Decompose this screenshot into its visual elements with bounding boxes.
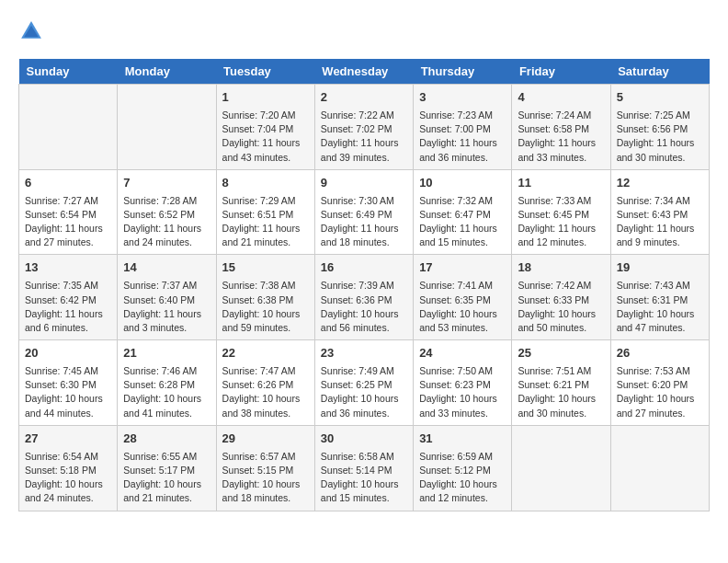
day-number: 18 (518, 259, 604, 277)
cell-info: Sunrise: 7:20 AM Sunset: 7:04 PM Dayligh… (222, 109, 309, 165)
cell-info: Sunrise: 6:55 AM Sunset: 5:17 PM Dayligh… (123, 450, 210, 506)
calendar-cell: 19Sunrise: 7:43 AM Sunset: 6:31 PM Dayli… (610, 255, 709, 340)
calendar-cell (19, 85, 118, 170)
cell-info: Sunrise: 7:22 AM Sunset: 7:02 PM Dayligh… (321, 109, 407, 165)
calendar-cell: 6Sunrise: 7:27 AM Sunset: 6:54 PM Daylig… (19, 169, 118, 255)
day-number: 27 (25, 431, 111, 448)
col-header-saturday: Saturday (610, 59, 709, 85)
day-number: 14 (123, 259, 210, 277)
day-number: 8 (222, 175, 309, 192)
cell-info: Sunrise: 7:45 AM Sunset: 6:30 PM Dayligh… (25, 364, 111, 420)
day-number: 13 (25, 259, 111, 277)
cell-info: Sunrise: 6:59 AM Sunset: 5:12 PM Dayligh… (419, 450, 506, 506)
logo (18, 18, 48, 44)
calendar-cell: 28Sunrise: 6:55 AM Sunset: 5:17 PM Dayli… (118, 425, 216, 511)
calendar-cell: 9Sunrise: 7:30 AM Sunset: 6:49 PM Daylig… (314, 169, 413, 255)
col-header-thursday: Thursday (414, 59, 512, 85)
day-number: 20 (25, 345, 111, 362)
calendar-cell: 12Sunrise: 7:34 AM Sunset: 6:43 PM Dayli… (610, 169, 709, 255)
calendar-cell: 10Sunrise: 7:32 AM Sunset: 6:47 PM Dayli… (414, 169, 512, 255)
cell-info: Sunrise: 7:32 AM Sunset: 6:47 PM Dayligh… (419, 194, 506, 250)
day-number: 28 (123, 431, 210, 448)
day-number: 5 (617, 89, 703, 107)
cell-info: Sunrise: 7:46 AM Sunset: 6:28 PM Dayligh… (123, 364, 210, 420)
cell-info: Sunrise: 6:57 AM Sunset: 5:15 PM Dayligh… (222, 450, 309, 506)
cell-info: Sunrise: 7:34 AM Sunset: 6:43 PM Dayligh… (617, 194, 703, 250)
calendar-cell: 2Sunrise: 7:22 AM Sunset: 7:02 PM Daylig… (314, 85, 413, 170)
calendar-cell: 26Sunrise: 7:53 AM Sunset: 6:20 PM Dayli… (610, 340, 709, 426)
calendar-cell: 18Sunrise: 7:42 AM Sunset: 6:33 PM Dayli… (512, 255, 610, 340)
cell-info: Sunrise: 7:30 AM Sunset: 6:49 PM Dayligh… (321, 194, 407, 250)
day-number: 15 (222, 259, 309, 277)
cell-info: Sunrise: 7:50 AM Sunset: 6:23 PM Dayligh… (419, 364, 506, 420)
calendar-cell (512, 425, 610, 511)
logo-icon (18, 18, 44, 44)
day-number: 24 (419, 345, 506, 362)
calendar-cell: 20Sunrise: 7:45 AM Sunset: 6:30 PM Dayli… (19, 340, 118, 426)
cell-info: Sunrise: 7:39 AM Sunset: 6:36 PM Dayligh… (321, 279, 407, 335)
calendar-cell: 8Sunrise: 7:29 AM Sunset: 6:51 PM Daylig… (216, 169, 314, 255)
day-number: 25 (518, 345, 604, 362)
day-number: 6 (25, 175, 111, 192)
cell-info: Sunrise: 7:53 AM Sunset: 6:20 PM Dayligh… (617, 364, 703, 420)
cell-info: Sunrise: 7:41 AM Sunset: 6:35 PM Dayligh… (419, 279, 506, 335)
day-number: 1 (222, 89, 309, 107)
cell-info: Sunrise: 7:38 AM Sunset: 6:38 PM Dayligh… (222, 279, 309, 335)
cell-info: Sunrise: 7:28 AM Sunset: 6:52 PM Dayligh… (123, 194, 210, 250)
calendar-cell: 21Sunrise: 7:46 AM Sunset: 6:28 PM Dayli… (118, 340, 216, 426)
day-number: 12 (617, 175, 703, 192)
day-number: 30 (321, 431, 407, 448)
calendar-cell: 22Sunrise: 7:47 AM Sunset: 6:26 PM Dayli… (216, 340, 314, 426)
calendar-cell: 11Sunrise: 7:33 AM Sunset: 6:45 PM Dayli… (512, 169, 610, 255)
calendar-table: SundayMondayTuesdayWednesdayThursdayFrid… (18, 59, 710, 511)
day-number: 21 (123, 345, 210, 362)
day-number: 7 (123, 175, 210, 192)
day-number: 2 (321, 89, 407, 107)
day-number: 26 (617, 345, 703, 362)
day-number: 9 (321, 175, 407, 192)
cell-info: Sunrise: 7:49 AM Sunset: 6:25 PM Dayligh… (321, 364, 407, 420)
day-number: 11 (518, 175, 604, 192)
day-number: 16 (321, 259, 407, 277)
calendar-cell: 16Sunrise: 7:39 AM Sunset: 6:36 PM Dayli… (314, 255, 413, 340)
calendar-cell: 1Sunrise: 7:20 AM Sunset: 7:04 PM Daylig… (216, 85, 314, 170)
cell-info: Sunrise: 7:24 AM Sunset: 6:58 PM Dayligh… (518, 109, 604, 165)
day-number: 29 (222, 431, 309, 448)
calendar-cell: 15Sunrise: 7:38 AM Sunset: 6:38 PM Dayli… (216, 255, 314, 340)
calendar-cell: 29Sunrise: 6:57 AM Sunset: 5:15 PM Dayli… (216, 425, 314, 511)
calendar-cell: 30Sunrise: 6:58 AM Sunset: 5:14 PM Dayli… (314, 425, 413, 511)
calendar-cell: 4Sunrise: 7:24 AM Sunset: 6:58 PM Daylig… (512, 85, 610, 170)
calendar-cell (610, 425, 709, 511)
day-number: 4 (518, 89, 604, 107)
calendar-cell: 17Sunrise: 7:41 AM Sunset: 6:35 PM Dayli… (414, 255, 512, 340)
day-number: 31 (419, 431, 506, 448)
col-header-tuesday: Tuesday (216, 59, 314, 85)
calendar-cell: 24Sunrise: 7:50 AM Sunset: 6:23 PM Dayli… (414, 340, 512, 426)
calendar-cell: 7Sunrise: 7:28 AM Sunset: 6:52 PM Daylig… (118, 169, 216, 255)
calendar-cell: 23Sunrise: 7:49 AM Sunset: 6:25 PM Dayli… (314, 340, 413, 426)
calendar-cell: 31Sunrise: 6:59 AM Sunset: 5:12 PM Dayli… (414, 425, 512, 511)
day-number: 19 (617, 259, 703, 277)
page-header (18, 18, 710, 44)
day-number: 23 (321, 345, 407, 362)
col-header-sunday: Sunday (19, 59, 118, 85)
day-number: 10 (419, 175, 506, 192)
day-number: 17 (419, 259, 506, 277)
cell-info: Sunrise: 7:33 AM Sunset: 6:45 PM Dayligh… (518, 194, 604, 250)
col-header-wednesday: Wednesday (314, 59, 413, 85)
cell-info: Sunrise: 7:35 AM Sunset: 6:42 PM Dayligh… (25, 279, 111, 335)
cell-info: Sunrise: 7:25 AM Sunset: 6:56 PM Dayligh… (617, 109, 703, 165)
cell-info: Sunrise: 7:29 AM Sunset: 6:51 PM Dayligh… (222, 194, 309, 250)
calendar-cell: 3Sunrise: 7:23 AM Sunset: 7:00 PM Daylig… (414, 85, 512, 170)
calendar-cell: 5Sunrise: 7:25 AM Sunset: 6:56 PM Daylig… (610, 85, 709, 170)
day-number: 22 (222, 345, 309, 362)
cell-info: Sunrise: 7:47 AM Sunset: 6:26 PM Dayligh… (222, 364, 309, 420)
cell-info: Sunrise: 7:51 AM Sunset: 6:21 PM Dayligh… (518, 364, 604, 420)
calendar-cell: 13Sunrise: 7:35 AM Sunset: 6:42 PM Dayli… (19, 255, 118, 340)
cell-info: Sunrise: 7:27 AM Sunset: 6:54 PM Dayligh… (25, 194, 111, 250)
col-header-friday: Friday (512, 59, 610, 85)
col-header-monday: Monday (118, 59, 216, 85)
cell-info: Sunrise: 7:42 AM Sunset: 6:33 PM Dayligh… (518, 279, 604, 335)
calendar-cell: 25Sunrise: 7:51 AM Sunset: 6:21 PM Dayli… (512, 340, 610, 426)
calendar-cell: 14Sunrise: 7:37 AM Sunset: 6:40 PM Dayli… (118, 255, 216, 340)
